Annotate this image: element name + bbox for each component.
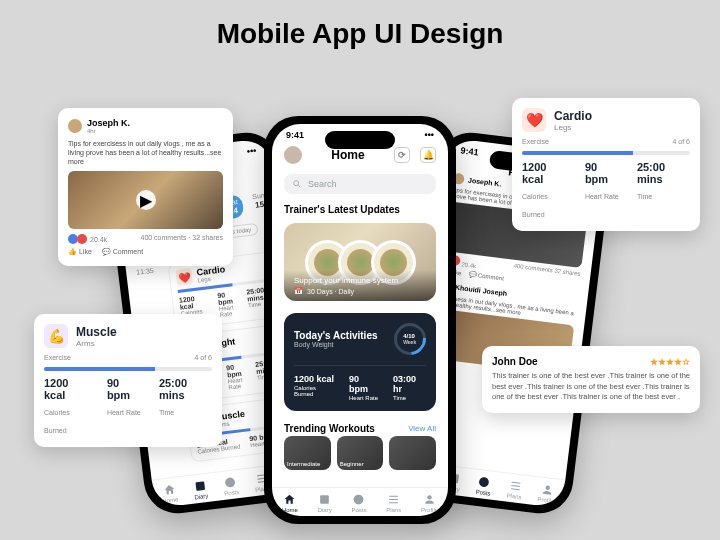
section-updates: Trainer's Latest Updates (272, 200, 448, 219)
star-rating: ★★★★☆ (650, 357, 690, 367)
svg-rect-0 (195, 481, 205, 491)
page-title: Mobile App UI Design (0, 0, 720, 68)
activities-card[interactable]: Today's ActivitiesBody Weight4/10Week 12… (284, 313, 436, 411)
avatar[interactable] (284, 146, 302, 164)
svg-point-1 (225, 477, 236, 488)
search-icon (292, 179, 302, 189)
tab-bar: Home Diary Posts Plans Profile (272, 487, 448, 516)
tab-profile[interactable]: Profile (421, 493, 438, 513)
tab-home[interactable]: Home (160, 483, 178, 505)
like-button[interactable]: 👍 Like (68, 248, 92, 256)
svg-point-6 (294, 181, 299, 186)
tab-diary[interactable]: Diary (192, 479, 208, 501)
comment-button[interactable]: 💬 Comment (102, 248, 143, 256)
float-post-card: Joseph K.4hr Tips for exercisess in out … (58, 108, 233, 266)
tab-plans[interactable]: Plans (386, 493, 401, 513)
home-title: Home (331, 148, 364, 162)
update-card[interactable]: Support your immune system📅30 Days · Dai… (284, 223, 436, 301)
tab-plans[interactable]: Plans (506, 479, 523, 501)
workout-card[interactable]: Intermediate (284, 436, 331, 470)
entry-time: 11:35 (136, 267, 154, 276)
svg-point-4 (479, 477, 490, 488)
view-all-link[interactable]: View All (408, 424, 436, 433)
tab-profile[interactable]: Profile (537, 482, 556, 504)
muscle-icon: 💪 (44, 324, 68, 348)
refresh-icon[interactable]: ⟳ (394, 147, 410, 163)
heart-icon: ❤️ (522, 108, 546, 132)
float-review-card: John Doe★★★★☆ This trainer is one of the… (482, 346, 700, 413)
float-cardio-card: ❤️CardioLegs Exercise4 of 6 1200 kcalCal… (512, 98, 700, 231)
progress-ring: 4/10Week (387, 316, 432, 361)
svg-rect-7 (320, 495, 329, 504)
tab-posts[interactable]: Posts (351, 493, 366, 513)
section-trending: Trending Workouts (284, 423, 375, 434)
tab-posts[interactable]: Posts (475, 475, 492, 497)
tab-posts[interactable]: Posts (222, 475, 239, 497)
tab-home[interactable]: Home (282, 493, 298, 513)
video-thumbnail[interactable]: ▶ (68, 171, 223, 229)
svg-point-9 (427, 495, 431, 499)
tab-diary[interactable]: Diary (318, 493, 332, 513)
workout-card[interactable]: Beginner (337, 436, 384, 470)
calendar-icon: 📅 (294, 287, 303, 295)
play-icon[interactable]: ▶ (136, 190, 156, 210)
svg-point-5 (545, 485, 550, 490)
workout-card[interactable] (389, 436, 436, 470)
svg-point-8 (354, 495, 364, 505)
search-input[interactable]: Search (284, 174, 436, 194)
avatar (68, 119, 82, 133)
heart-icon: ❤️ (175, 268, 193, 286)
float-muscle-card: 💪MuscleArms Exercise4 of 6 1200 kcalCalo… (34, 314, 222, 447)
bell-icon[interactable]: 🔔 (420, 147, 436, 163)
